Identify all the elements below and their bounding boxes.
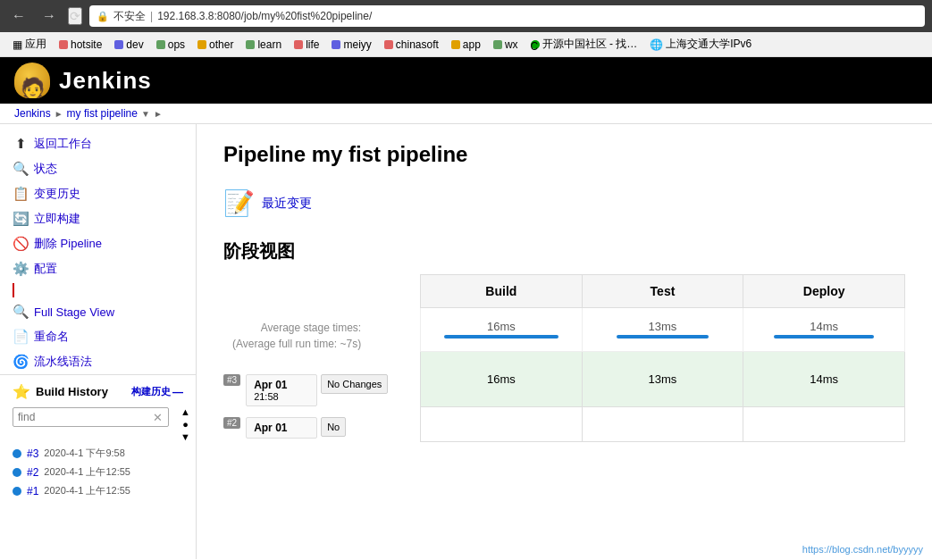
sidebar-label-rename[interactable]: 重命名 (34, 329, 69, 345)
bookmark-app[interactable]: app (446, 37, 486, 53)
stage-build3-build[interactable]: 16ms (421, 352, 583, 407)
avg-full-run: (Average full run time: ~7s) (232, 336, 361, 352)
sidebar-item-pipeline-syntax[interactable]: 🌀 流水线语法 (0, 349, 196, 374)
refresh-button[interactable]: ⟳ (68, 7, 82, 25)
bookmark-learn[interactable]: learn (240, 37, 287, 53)
sidebar-item-delete-pipeline[interactable]: 🚫 删除 Pipeline (0, 231, 196, 256)
recent-changes-link[interactable]: 最近变更 (262, 196, 312, 212)
breadcrumb-root[interactable]: Jenkins (14, 107, 51, 120)
build-list-item-3[interactable]: #3 2020-4-1 下午9:58 (0, 444, 196, 463)
avg-deploy: 14ms (743, 308, 905, 352)
red-divider (13, 283, 14, 297)
bookmark-dot (114, 40, 123, 49)
sidebar-label-back[interactable]: 返回工作台 (34, 136, 92, 152)
build3-date: Apr 01 (254, 379, 309, 391)
sidebar-label-config[interactable]: 配置 (34, 261, 57, 277)
stage-build2-build (421, 407, 583, 442)
search-clear-icon[interactable]: ✕ (153, 411, 163, 424)
build2-date: Apr 01 (254, 422, 309, 434)
stage-data-row-3: 16ms 13ms 14ms (421, 352, 905, 407)
globe-icon: 🌐 (650, 38, 663, 51)
build-list-item-1[interactable]: #1 2020-4-1 上午12:55 (0, 481, 196, 500)
progress-bar-build (444, 335, 558, 339)
bookmark-wx[interactable]: wx (488, 37, 524, 53)
sidebar-label-delete-pipeline[interactable]: 删除 Pipeline (34, 236, 102, 252)
build-history-title: Build History (36, 385, 108, 398)
bookmark-ops[interactable]: ops (151, 37, 190, 53)
bookmark-sjtu[interactable]: 🌐 上海交通大学IPv6 (644, 35, 757, 54)
build-search-input[interactable] (13, 407, 169, 427)
build-history-header: ⭐ Build History 构建历史 — (0, 379, 196, 405)
back-button[interactable]: ← (7, 6, 30, 26)
sidebar-item-rename[interactable]: 📄 重命名 (0, 324, 196, 349)
stage-header-test: Test (582, 275, 743, 308)
build3-info-card: Apr 01 21:58 (246, 374, 317, 406)
build2-no-changes-label: No (327, 422, 340, 432)
back-workbench-icon: ⬆ (13, 136, 29, 152)
address-bar[interactable]: 🔒 不安全 | 192.168.3.8:8080/job/my%20fist%2… (89, 5, 925, 27)
build-search-row: ✕ (0, 405, 175, 430)
bookmark-label: app (463, 38, 481, 51)
bookmark-dev[interactable]: dev (109, 37, 148, 53)
build-history-link[interactable]: 构建历史 — (131, 385, 183, 398)
stage-left-col: Average stage times: (Average full run t… (223, 274, 420, 442)
url-text: 不安全 (113, 9, 146, 24)
bookmark-chinasoft[interactable]: chinasoft (379, 37, 444, 53)
build-id-3[interactable]: #3 (27, 447, 38, 460)
bookmark-dot (332, 40, 340, 49)
build2-info-card: Apr 01 (246, 417, 317, 439)
build3-badge: #3 (223, 374, 240, 386)
sidebar-label-pipeline-syntax[interactable]: 流水线语法 (34, 354, 92, 370)
bookmark-apps[interactable]: ▦ 应用 (7, 35, 52, 54)
sidebar-item-back-workbench[interactable]: ⬆ 返回工作台 (0, 131, 196, 156)
breadcrumb-sep: ► (55, 109, 63, 119)
page-title: Pipeline my fist pipeline (223, 142, 905, 167)
build2-no-changes: No (321, 417, 346, 437)
bookmark-life[interactable]: life (289, 37, 324, 53)
bookmark-label: chinasoft (396, 38, 439, 51)
avg-build-value: 16ms (430, 320, 573, 333)
sidebar-label-status[interactable]: 状态 (34, 161, 57, 177)
avg-test-value: 13ms (592, 320, 735, 333)
bookmark-hotsite[interactable]: hotsite (54, 37, 107, 53)
bookmark-label: learn (257, 38, 281, 51)
forward-button[interactable]: → (38, 6, 61, 26)
bookmark-label: hotsite (71, 38, 102, 51)
stage-data-row-2 (421, 407, 905, 442)
stage-table: Build Test Deploy 16ms 13ms (420, 274, 905, 442)
build-id-2[interactable]: #2 (27, 466, 38, 479)
sidebar-item-config[interactable]: ⚙️ 配置 (0, 256, 196, 281)
sidebar-item-full-stage-view[interactable]: 🔍 Full Stage View (0, 299, 196, 324)
sidebar-item-status[interactable]: 🔍 状态 (0, 156, 196, 181)
bookmark-dot (197, 40, 206, 49)
breadcrumb-current[interactable]: my fist pipeline (67, 107, 138, 120)
scroll-up-icon[interactable]: ▲ (181, 406, 190, 417)
build-status-indicator (13, 487, 21, 496)
bookmarks-bar: ▦ 应用 hotsite dev ops other learn life me… (0, 32, 932, 57)
sidebar-label-full-stage-view[interactable]: Full Stage View (34, 305, 114, 319)
sidebar-label-change-history[interactable]: 变更历史 (34, 186, 80, 202)
sidebar-label-build-now[interactable]: 立即构建 (34, 211, 80, 227)
build3-no-changes: No Changes (321, 374, 388, 394)
sidebar-item-change-history[interactable]: 📋 变更历史 (0, 181, 196, 206)
sidebar-item-build-now[interactable]: 🔄 立即构建 (0, 206, 196, 231)
bookmark-csdn[interactable]: C 开源中国社区 - 找… (525, 35, 643, 54)
stage-build3-test[interactable]: 13ms (582, 352, 743, 407)
stage-header-build: Build (421, 275, 583, 308)
bookmark-dot (451, 40, 460, 49)
avg-label: Average stage times: (232, 320, 361, 336)
breadcrumb-dropdown-icon[interactable]: ▼ (141, 109, 150, 119)
bookmark-other[interactable]: other (192, 37, 239, 53)
bookmark-label: 开源中国社区 - 找… (542, 37, 638, 52)
build-list-item-2[interactable]: #2 2020-4-1 上午12:55 (0, 463, 196, 481)
scroll-mid-icon[interactable]: ● (182, 419, 189, 430)
build-status-indicator (13, 468, 21, 477)
bookmark-meiyy[interactable]: meiyy (326, 37, 376, 53)
build-history-section: ⭐ Build History 构建历史 — ✕ ▲ ● ▼ (0, 374, 196, 500)
jenkins-header: 🧑 Jenkins (0, 57, 932, 104)
build-id-1[interactable]: #1 (27, 485, 38, 497)
build-history-link-icon: — (172, 386, 183, 398)
scroll-down-icon[interactable]: ▼ (181, 431, 190, 442)
stage-build2-test (582, 407, 743, 442)
stage-build3-deploy[interactable]: 14ms (743, 352, 905, 407)
